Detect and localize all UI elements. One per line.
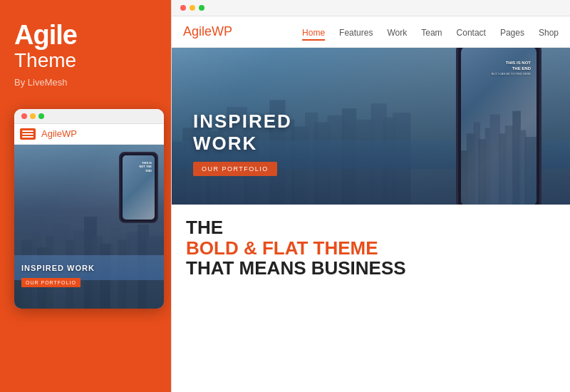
desktop-nav: AgileWP Home Features Work Team Contact … bbox=[172, 16, 570, 48]
browser-dot-red bbox=[180, 5, 186, 11]
nav-item-team[interactable]: Team bbox=[421, 26, 442, 38]
phone-in-mobile-hero: THIS ISNOT THEEND bbox=[119, 152, 158, 223]
phone-body: THIS IS NOT THE END BUT I CAN BE TO FIND… bbox=[456, 48, 542, 205]
hero-work: WORK bbox=[193, 133, 292, 155]
title-theme: Theme bbox=[14, 48, 77, 73]
mobile-preview: AgileWP bbox=[14, 109, 164, 309]
nav-item-work[interactable]: Work bbox=[387, 26, 407, 38]
title-block: Agile Theme By LiveMesh bbox=[14, 21, 77, 88]
browser-dot-green bbox=[199, 5, 204, 11]
nav-link-contact[interactable]: Contact bbox=[457, 28, 486, 38]
hero-inspired: INSPIRED bbox=[193, 110, 292, 133]
desktop-brand: AgileWP bbox=[183, 24, 232, 39]
nav-item-features[interactable]: Features bbox=[339, 26, 373, 38]
dot-red bbox=[21, 113, 27, 119]
desktop-hero: INSPIRED WORK OUR PORTFOLIO bbox=[172, 48, 570, 205]
mobile-portfolio-btn: OUR PORTFOLIO bbox=[21, 278, 81, 287]
nav-link-features[interactable]: Features bbox=[339, 28, 373, 38]
mobile-browser-bar bbox=[14, 109, 164, 124]
nav-link-pages[interactable]: Pages bbox=[500, 28, 524, 38]
tagline-bold: BOLD & FLAT THEME bbox=[186, 238, 556, 259]
by-line: By LiveMesh bbox=[14, 77, 77, 88]
mobile-nav: AgileWP bbox=[14, 124, 164, 145]
mobile-brand: AgileWP bbox=[41, 128, 77, 139]
tagline-business: THAT MEANS BUSINESS bbox=[186, 258, 556, 279]
phone-screen-text: THIS IS NOT THE END BUT I CAN BE TO FIND… bbox=[492, 60, 531, 76]
nav-item-shop[interactable]: Shop bbox=[539, 26, 559, 38]
svg-rect-45 bbox=[525, 137, 537, 205]
dot-yellow bbox=[30, 113, 36, 119]
desktop-nav-links: Home Features Work Team Contact Pages Sh… bbox=[302, 26, 559, 38]
right-panel: AgileWP Home Features Work Team Contact … bbox=[171, 0, 570, 392]
dot-green bbox=[38, 113, 44, 119]
phone-screen: THIS IS NOT THE END BUT I CAN BE TO FIND… bbox=[461, 48, 537, 205]
desktop-brand-sub: WP bbox=[212, 24, 232, 38]
nav-item-pages[interactable]: Pages bbox=[500, 26, 524, 38]
browser-dot-yellow bbox=[190, 5, 195, 11]
hero-portfolio-btn[interactable]: OUR PORTFOLIO bbox=[193, 162, 277, 176]
nav-link-work[interactable]: Work bbox=[387, 28, 407, 38]
nav-link-team[interactable]: Team bbox=[421, 28, 442, 38]
mobile-hero: INSPIRED WORK OUR PORTFOLIO THIS ISNOT T… bbox=[14, 145, 164, 309]
hamburger-icon bbox=[20, 128, 36, 140]
mobile-brand-main: Agile bbox=[41, 128, 62, 139]
mobile-brand-sub: WP bbox=[62, 128, 77, 139]
mobile-hero-text: INSPIRED WORK bbox=[21, 263, 95, 273]
hero-phone: THIS IS NOT THE END BUT I CAN BE TO FIND… bbox=[456, 48, 542, 205]
nav-item-home[interactable]: Home bbox=[302, 26, 325, 38]
below-hero: THE BOLD & FLAT THEME THAT MEANS BUSINES… bbox=[172, 205, 570, 392]
desktop-browser: AgileWP Home Features Work Team Contact … bbox=[171, 0, 570, 392]
svg-rect-40 bbox=[489, 114, 499, 205]
nav-link-home[interactable]: Home bbox=[302, 28, 325, 41]
desktop-browser-bar bbox=[172, 0, 570, 16]
nav-item-contact[interactable]: Contact bbox=[457, 26, 486, 38]
tagline-the: THE bbox=[186, 217, 556, 238]
nav-link-shop[interactable]: Shop bbox=[539, 28, 559, 38]
title-agile: Agile bbox=[14, 21, 77, 48]
left-panel: Agile Theme By LiveMesh AgileWP bbox=[0, 0, 171, 392]
hero-text-block: INSPIRED WORK OUR PORTFOLIO bbox=[193, 110, 292, 176]
mobile-hero-overlay: INSPIRED WORK OUR PORTFOLIO bbox=[21, 263, 95, 287]
desktop-brand-main: Agile bbox=[183, 24, 212, 38]
